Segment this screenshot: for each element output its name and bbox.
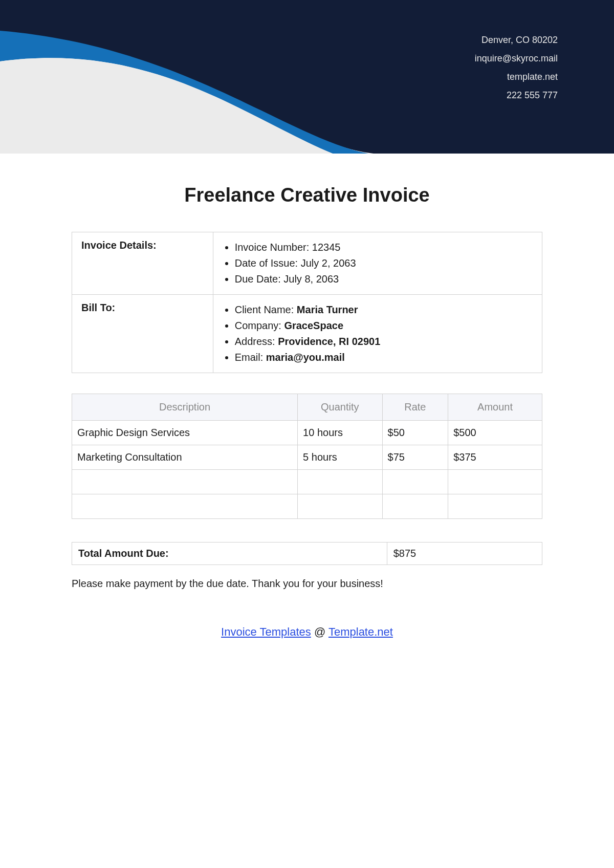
info-table: Invoice Details: Invoice Number: 12345 D…	[72, 232, 542, 373]
contact-phone: 222 555 777	[475, 86, 558, 104]
col-amount: Amount	[448, 394, 542, 421]
table-cell	[298, 470, 382, 494]
table-cell: $375	[448, 445, 542, 470]
col-quantity: Quantity	[298, 394, 382, 421]
link-template-net[interactable]: Template.net	[328, 625, 393, 638]
bill-to-label: Bill To:	[72, 295, 213, 373]
table-cell: Graphic Design Services	[72, 421, 298, 445]
header: Denver, CO 80202 inquire@skyroc.mail tem…	[0, 0, 614, 154]
bill-company: Company: GraceSpace	[235, 318, 533, 334]
footer-links: Invoice Templates @ Template.net	[72, 625, 542, 639]
table-row: Marketing Consultation5 hours$75$375	[72, 445, 542, 470]
table-cell	[448, 494, 542, 519]
total-row: Total Amount Due: $875	[72, 542, 542, 565]
table-cell: $500	[448, 421, 542, 445]
bill-to-row: Bill To: Client Name: Maria Turner Compa…	[72, 295, 542, 373]
header-contact: Denver, CO 80202 inquire@skyroc.mail tem…	[475, 31, 558, 104]
col-description: Description	[72, 394, 298, 421]
table-cell: $75	[382, 445, 448, 470]
invoice-details-cell: Invoice Number: 12345 Date of Issue: Jul…	[213, 232, 542, 295]
table-cell	[382, 470, 448, 494]
table-cell	[448, 470, 542, 494]
page-title: Freelance Creative Invoice	[72, 184, 542, 206]
table-cell: 5 hours	[298, 445, 382, 470]
table-cell: $50	[382, 421, 448, 445]
table-row	[72, 470, 542, 494]
table-cell	[72, 470, 298, 494]
content: Freelance Creative Invoice Invoice Detai…	[0, 154, 614, 639]
table-cell	[298, 494, 382, 519]
detail-issue-date: Date of Issue: July 2, 2063	[235, 255, 533, 271]
bill-address: Address: Providence, RI 02901	[235, 334, 533, 350]
total-label: Total Amount Due:	[72, 542, 387, 565]
col-rate: Rate	[382, 394, 448, 421]
link-invoice-templates[interactable]: Invoice Templates	[221, 625, 311, 638]
contact-website: template.net	[475, 68, 558, 86]
contact-email: inquire@skyroc.mail	[475, 49, 558, 68]
items-table: Description Quantity Rate Amount Graphic…	[72, 394, 542, 519]
items-header-row: Description Quantity Rate Amount	[72, 394, 542, 421]
contact-city: Denver, CO 80202	[475, 31, 558, 49]
invoice-details-row: Invoice Details: Invoice Number: 12345 D…	[72, 232, 542, 295]
payment-note: Please make payment by the due date. Tha…	[72, 578, 542, 590]
table-row: Graphic Design Services10 hours$50$500	[72, 421, 542, 445]
table-row	[72, 494, 542, 519]
table-cell: 10 hours	[298, 421, 382, 445]
table-cell: Marketing Consultation	[72, 445, 298, 470]
bill-email: Email: maria@you.mail	[235, 350, 533, 365]
bill-to-cell: Client Name: Maria Turner Company: Grace…	[213, 295, 542, 373]
detail-invoice-number: Invoice Number: 12345	[235, 240, 533, 255]
table-cell	[72, 494, 298, 519]
footer-separator: @	[311, 625, 328, 638]
table-cell	[382, 494, 448, 519]
total-value: $875	[387, 542, 542, 565]
detail-due-date: Due Date: July 8, 2063	[235, 271, 533, 287]
total-table: Total Amount Due: $875	[72, 542, 542, 565]
invoice-details-label: Invoice Details:	[72, 232, 213, 295]
bill-client-name: Client Name: Maria Turner	[235, 302, 533, 318]
